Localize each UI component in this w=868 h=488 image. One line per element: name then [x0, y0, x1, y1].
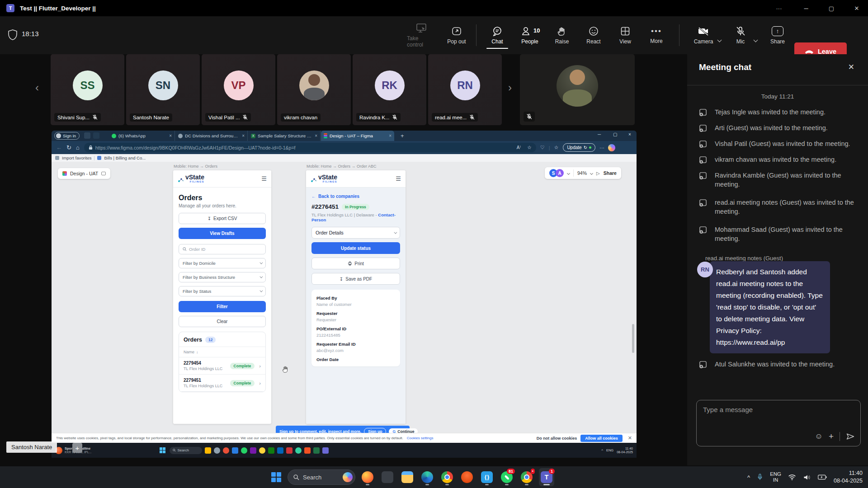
read-aloud-icon[interactable]: A⁾ — [517, 145, 521, 150]
google-continue-button[interactable]: GContinue — [389, 428, 418, 433]
figma-canvas[interactable]: Design - UAT S A 94% ▷ Share Mobile: Hom… — [52, 162, 637, 433]
extensions-icon[interactable]: ♡ — [540, 145, 545, 150]
emoji-icon[interactable]: ☺ — [815, 432, 823, 441]
new-tab-button[interactable]: + — [401, 132, 404, 139]
tray-chevron-icon[interactable]: ^ — [601, 448, 603, 452]
favorites-bar-icon[interactable]: ☆ — [554, 145, 559, 150]
order-id-search-input[interactable]: Order ID — [179, 244, 266, 254]
taskbar-whatsapp[interactable]: 81 — [499, 468, 514, 486]
update-status-button[interactable]: Update status — [311, 242, 400, 254]
start-button[interactable] — [160, 447, 166, 454]
take-control-button[interactable]: Take control — [407, 21, 436, 50]
save-as-pdf-button[interactable]: ↧Save as PDF — [311, 273, 400, 285]
strip-next-chevron[interactable]: › — [508, 82, 512, 93]
export-csv-button[interactable]: ↧Export CSV — [179, 213, 266, 224]
tab-whatsapp[interactable]: (6) WhatsApp × — [109, 131, 175, 141]
browser-sign-in-button[interactable]: Sign in — [54, 132, 80, 140]
home-icon[interactable]: ⌂ — [76, 144, 80, 151]
close-button[interactable]: ✕ — [846, 0, 867, 16]
participant-tile[interactable]: RN read.ai mee... — [428, 54, 502, 125]
plus-button[interactable]: + — [72, 443, 82, 453]
taskbar-icon[interactable] — [286, 447, 292, 454]
tab-actions-icon[interactable] — [93, 132, 99, 139]
browser-update-button[interactable]: Update ↻ — [563, 143, 595, 152]
taskbar-firefox[interactable] — [360, 468, 375, 486]
maximize-button[interactable]: ▢ — [821, 0, 842, 16]
hamburger-menu-icon[interactable]: ☰ — [396, 175, 401, 182]
send-icon[interactable] — [846, 432, 855, 441]
taskbar-icon[interactable] — [295, 447, 302, 454]
tray-mic-icon[interactable] — [757, 473, 763, 481]
chat-button[interactable]: Chat — [483, 21, 512, 50]
taskbar-edge[interactable] — [420, 468, 435, 486]
figma-doc-pill[interactable]: Design - UAT — [58, 168, 110, 179]
taskbar-icon[interactable] — [322, 447, 329, 454]
share-button[interactable]: ↑ Share — [763, 21, 792, 50]
avatars-chevron-icon[interactable] — [567, 171, 570, 174]
spotlight-tile[interactable] — [520, 54, 635, 125]
order-row[interactable]: 2279451TL Flex Holdings LLC Complete › — [179, 375, 265, 392]
tab-close-icon[interactable]: × — [169, 133, 172, 138]
zoom-level[interactable]: 94% — [577, 170, 587, 176]
pop-out-button[interactable]: Pop out — [442, 21, 471, 50]
taskbar-icon[interactable] — [259, 447, 265, 454]
participant-tile[interactable]: vikram chavan — [277, 54, 351, 125]
taskbar-icon[interactable] — [304, 447, 311, 454]
strip-prev-chevron[interactable]: ‹ — [35, 82, 39, 93]
filter-business-structure-select[interactable]: Filter by Business Structure — [179, 272, 266, 282]
participant-tile[interactable]: RK Ravindra K... — [353, 54, 426, 125]
zoom-chevron-icon[interactable] — [590, 171, 593, 174]
back-icon[interactable]: ← — [56, 144, 62, 151]
browser-menu-icon[interactable]: ··· — [599, 145, 604, 150]
figma-frame-order-detail[interactable]: vStateFILINGS ☰ ←Back to companies #2276… — [306, 170, 406, 424]
deny-cookies-link[interactable]: Do not allow cookies — [537, 436, 577, 441]
taskbar-search[interactable]: Search — [170, 447, 202, 454]
frame-label[interactable]: Mobile: Home → Orders — [174, 164, 217, 169]
cookie-close-icon[interactable]: ✕ — [628, 435, 632, 441]
taskbar-search[interactable]: Search — [288, 469, 355, 485]
chat-input-box[interactable]: ☺ + — [696, 400, 861, 446]
order-row[interactable]: 2279454TL Flex Holdings LLC Complete › — [179, 357, 265, 375]
filter-status-select[interactable]: Filter by Status — [179, 286, 266, 296]
chat-message-input[interactable] — [703, 406, 852, 413]
filter-domicile-select[interactable]: Filter by Domicile — [179, 258, 266, 268]
battery-icon[interactable] — [818, 474, 827, 480]
camera-options-chevron[interactable] — [718, 35, 721, 43]
bookmark-bills[interactable]: Bills | Billing and Co... — [104, 155, 146, 160]
taskbar-file-explorer[interactable] — [400, 468, 415, 486]
react-button[interactable]: React — [579, 21, 608, 50]
taskbar-chrome[interactable] — [439, 468, 455, 486]
language-indicator[interactable]: ENGIN — [770, 471, 781, 483]
participant-tile[interactable]: VP Vishal Patil ... — [202, 54, 275, 125]
browser-close-icon[interactable]: × — [628, 132, 631, 137]
back-to-companies-link[interactable]: ←Back to companies — [311, 194, 400, 199]
taskbar-icon[interactable] — [241, 447, 247, 454]
clear-button[interactable]: Clear — [179, 316, 266, 327]
participant-tile[interactable]: SS Shivani Sup... — [51, 54, 124, 125]
tab-figma-active[interactable]: Design - UAT – Figma × — [321, 131, 394, 141]
taskbar-teams[interactable]: T1 — [539, 468, 554, 486]
start-button[interactable] — [271, 472, 281, 482]
collaborator-avatar[interactable]: A — [556, 169, 564, 177]
order-details-select[interactable]: Order Details — [311, 227, 400, 239]
figma-frame-orders[interactable]: vStateFILINGS ☰ Orders Manage all your o… — [173, 170, 271, 424]
clock[interactable]: 11:40 08-04-2025 — [834, 469, 863, 485]
tab-excel[interactable]: X Sample Salary Structure with calc × — [248, 131, 321, 141]
cookies-settings-link[interactable]: Cookies settings — [407, 436, 434, 440]
filter-button[interactable]: Filter — [179, 301, 266, 312]
attach-plus-icon[interactable]: + — [829, 432, 834, 441]
view-button[interactable]: View — [611, 21, 640, 50]
taskbar-icon[interactable] — [268, 447, 274, 454]
people-button[interactable]: 10 People — [515, 21, 544, 50]
allow-cookies-button[interactable]: Allow all cookies — [580, 435, 623, 442]
print-button[interactable]: Print — [311, 258, 400, 269]
camera-button[interactable]: Camera — [689, 21, 718, 50]
more-button[interactable]: ••• More — [642, 21, 671, 50]
wifi-icon[interactable] — [788, 474, 796, 480]
taskbar-icon[interactable] — [232, 447, 238, 454]
name-column-header[interactable]: Name↓ — [179, 347, 265, 357]
frame-label[interactable]: Mobile: Home → Orders → Order ABC — [307, 164, 377, 169]
url-field[interactable]: https://www.figma.com/design/9BKQ0FOHRWa… — [84, 143, 536, 152]
taskbar-icon[interactable] — [277, 447, 283, 454]
tab-close-icon[interactable]: × — [242, 133, 245, 138]
